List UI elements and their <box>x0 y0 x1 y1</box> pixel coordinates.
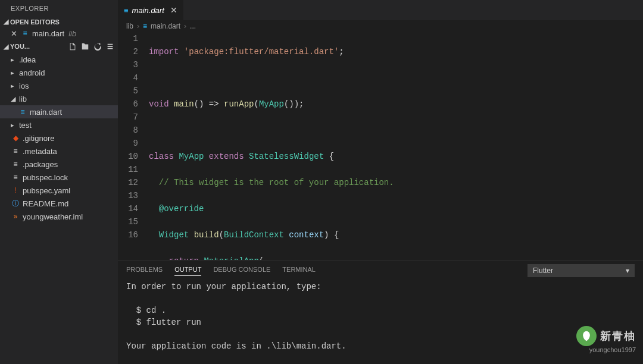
file-metadata[interactable]: ≡.metadata <box>0 145 118 158</box>
explorer-title: EXPLORER <box>0 0 118 17</box>
file-label: youngweather.iml <box>23 212 83 221</box>
file-label: .gitignore <box>23 134 54 143</box>
folder-android[interactable]: ▸android <box>0 66 118 79</box>
folder-test[interactable]: ▸test <box>0 118 118 131</box>
output-line: Your application code is in .\lib\main.d… <box>126 341 347 351</box>
close-tab-icon[interactable]: ✕ <box>170 5 177 15</box>
close-icon[interactable]: ✕ <box>11 29 18 38</box>
code-editor[interactable]: 1234 5678 9101112 13141516 import 'packa… <box>118 32 643 260</box>
chevron-down-icon: ◢ <box>4 43 8 51</box>
bottom-panel: PROBLEMS OUTPUT DEBUG CONSOLE TERMINAL F… <box>118 260 643 364</box>
file-main-dart[interactable]: ≡main.dart <box>0 105 118 118</box>
breadcrumb[interactable]: lib › ≡ main.dart › ... <box>118 20 643 32</box>
file-label: .packages <box>23 160 58 169</box>
folder-label: lib <box>19 95 27 103</box>
folder-label: ios <box>19 81 29 90</box>
chevron-down-icon: ◢ <box>11 95 17 103</box>
refresh-icon[interactable] <box>92 41 103 52</box>
collapse-all-icon[interactable] <box>105 41 116 52</box>
panel-tabs: PROBLEMS OUTPUT DEBUG CONSOLE TERMINAL F… <box>118 261 643 278</box>
dart-file-icon: ≡ <box>18 108 27 116</box>
main-area: ≡ main.dart ✕ lib › ≡ main.dart › ... 12… <box>118 0 643 364</box>
tab-problems[interactable]: PROBLEMS <box>126 266 163 275</box>
file-label: .metadata <box>23 147 57 156</box>
line-gutter: 1234 5678 9101112 13141516 <box>118 32 149 260</box>
file-label: README.md <box>23 199 68 208</box>
output-channel-value: Flutter <box>533 266 553 275</box>
folder-idea[interactable]: ▸.idea <box>0 53 118 66</box>
watermark: 新青柚 youngchou1997 <box>576 326 636 353</box>
output-line: $ cd . <box>126 306 166 315</box>
open-editors-header[interactable]: ◢ OPEN EDITORS <box>0 17 118 27</box>
chevron-right-icon: › <box>184 22 186 30</box>
folder-ios[interactable]: ▸ios <box>0 79 118 92</box>
folder-label: .idea <box>19 55 36 64</box>
code-content[interactable]: import 'package:flutter/material.dart'; … <box>149 32 643 260</box>
output-channel-select[interactable]: Flutter ▾ <box>527 264 635 277</box>
tab-output[interactable]: OUTPUT <box>174 266 201 276</box>
tab-terminal[interactable]: TERMINAL <box>282 266 316 275</box>
chevron-right-icon: ▸ <box>11 56 17 64</box>
tab-main-dart[interactable]: ≡ main.dart ✕ <box>118 0 184 20</box>
breadcrumb-lib[interactable]: lib <box>126 22 133 30</box>
new-file-icon[interactable] <box>67 41 78 52</box>
chevron-down-icon: ◢ <box>4 18 8 26</box>
chevron-right-icon: ▸ <box>11 82 17 90</box>
text-file-icon: ≡ <box>11 160 20 168</box>
chevron-right-icon: ▸ <box>11 69 17 77</box>
chevron-right-icon: › <box>137 22 139 30</box>
file-packages[interactable]: ≡.packages <box>0 158 118 171</box>
tab-debug-console[interactable]: DEBUG CONSOLE <box>213 266 270 275</box>
explorer-sidebar: EXPLORER ◢ OPEN EDITORS ✕ ≡ main.dart li… <box>0 0 118 364</box>
output-line: $ flutter run <box>126 318 201 327</box>
file-gitignore[interactable]: ◆.gitignore <box>0 131 118 145</box>
yaml-file-icon: ! <box>11 186 20 194</box>
breadcrumb-more[interactable]: ... <box>190 22 196 30</box>
breadcrumb-file[interactable]: main.dart <box>151 22 180 30</box>
file-label: pubspec.yaml <box>23 186 70 195</box>
output-line: In order to run your application, type: <box>126 282 322 291</box>
folder-lib[interactable]: ◢lib <box>0 92 118 105</box>
folder-label: test <box>19 121 32 130</box>
watermark-subtitle: youngchou1997 <box>576 346 636 353</box>
open-editor-item[interactable]: ✕ ≡ main.dart lib <box>0 27 118 40</box>
xml-file-icon: » <box>11 212 20 221</box>
file-label: main.dart <box>30 108 62 117</box>
file-pubspec-yaml[interactable]: !pubspec.yaml <box>0 184 118 197</box>
file-readme[interactable]: ⓘREADME.md <box>0 197 118 210</box>
dart-file-icon: ≡ <box>124 6 129 15</box>
watermark-logo-icon <box>576 326 597 346</box>
dart-file-icon: ≡ <box>143 22 147 30</box>
watermark-title: 新青柚 <box>600 329 636 343</box>
project-label: YOU... <box>10 43 30 50</box>
git-file-icon: ◆ <box>11 134 20 142</box>
file-iml[interactable]: »youngweather.iml <box>0 210 118 223</box>
open-editor-filename: main.dart <box>32 29 64 38</box>
dart-file-icon: ≡ <box>20 29 30 37</box>
open-editors-label: OPEN EDITORS <box>10 18 60 26</box>
tab-label: main.dart <box>132 6 164 15</box>
chevron-right-icon: ▸ <box>11 121 17 129</box>
text-file-icon: ≡ <box>11 147 20 155</box>
dropdown-icon: ▾ <box>626 266 629 275</box>
file-label: pubspec.lock <box>23 173 68 182</box>
open-editor-folder: lib <box>68 29 76 38</box>
folder-label: android <box>19 68 45 77</box>
editor-tabs: ≡ main.dart ✕ <box>118 0 643 20</box>
project-header[interactable]: ◢ YOU... <box>0 40 118 53</box>
output-body[interactable]: In order to run your application, type: … <box>118 278 643 364</box>
new-folder-icon[interactable] <box>80 41 90 52</box>
file-pubspec-lock[interactable]: ≡pubspec.lock <box>0 171 118 184</box>
info-file-icon: ⓘ <box>11 199 20 209</box>
text-file-icon: ≡ <box>11 173 20 181</box>
